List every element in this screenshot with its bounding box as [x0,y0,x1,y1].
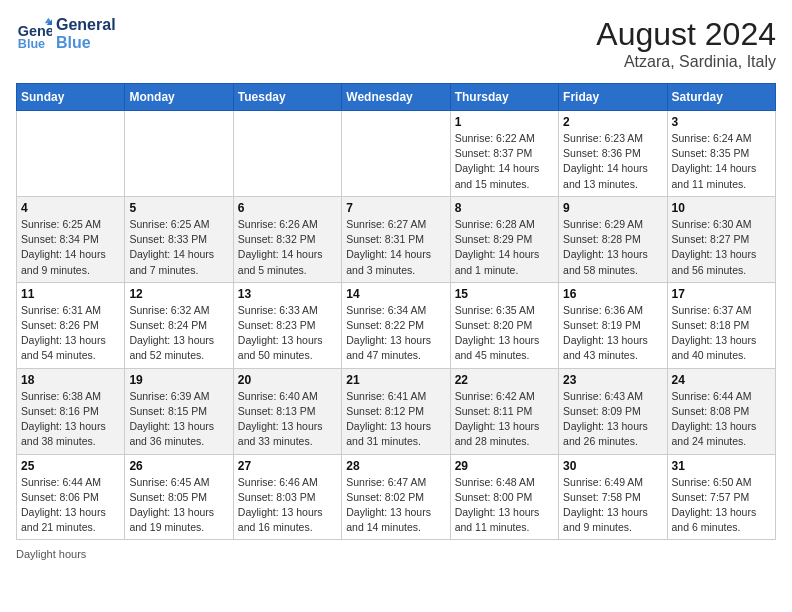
calendar-cell: 11Sunrise: 6:31 AMSunset: 8:26 PMDayligh… [17,282,125,368]
calendar-cell: 1Sunrise: 6:22 AMSunset: 8:37 PMDaylight… [450,111,558,197]
day-number: 31 [672,459,771,473]
calendar-header: SundayMondayTuesdayWednesdayThursdayFrid… [17,84,776,111]
logo-line2: Blue [56,34,116,52]
day-number: 14 [346,287,445,301]
calendar-week-3: 11Sunrise: 6:31 AMSunset: 8:26 PMDayligh… [17,282,776,368]
calendar-cell: 16Sunrise: 6:36 AMSunset: 8:19 PMDayligh… [559,282,667,368]
day-number: 10 [672,201,771,215]
calendar-week-4: 18Sunrise: 6:38 AMSunset: 8:16 PMDayligh… [17,368,776,454]
calendar-cell: 20Sunrise: 6:40 AMSunset: 8:13 PMDayligh… [233,368,341,454]
calendar-cell: 8Sunrise: 6:28 AMSunset: 8:29 PMDaylight… [450,196,558,282]
day-number: 2 [563,115,662,129]
day-number: 21 [346,373,445,387]
logo-icon: General Blue [16,16,52,52]
day-number: 13 [238,287,337,301]
calendar-cell: 28Sunrise: 6:47 AMSunset: 8:02 PMDayligh… [342,454,450,540]
day-info: Sunrise: 6:29 AMSunset: 8:28 PMDaylight:… [563,217,662,278]
title-block: August 2024 Atzara, Sardinia, Italy [596,16,776,71]
svg-text:Blue: Blue [18,37,45,51]
day-number: 6 [238,201,337,215]
day-number: 30 [563,459,662,473]
day-info: Sunrise: 6:30 AMSunset: 8:27 PMDaylight:… [672,217,771,278]
day-info: Sunrise: 6:28 AMSunset: 8:29 PMDaylight:… [455,217,554,278]
day-info: Sunrise: 6:33 AMSunset: 8:23 PMDaylight:… [238,303,337,364]
header-sunday: Sunday [17,84,125,111]
day-number: 3 [672,115,771,129]
calendar-body: 1Sunrise: 6:22 AMSunset: 8:37 PMDaylight… [17,111,776,540]
day-number: 4 [21,201,120,215]
calendar-cell: 25Sunrise: 6:44 AMSunset: 8:06 PMDayligh… [17,454,125,540]
header-tuesday: Tuesday [233,84,341,111]
month-year: August 2024 [596,16,776,53]
header-row: SundayMondayTuesdayWednesdayThursdayFrid… [17,84,776,111]
day-info: Sunrise: 6:48 AMSunset: 8:00 PMDaylight:… [455,475,554,536]
day-number: 11 [21,287,120,301]
day-info: Sunrise: 6:27 AMSunset: 8:31 PMDaylight:… [346,217,445,278]
day-info: Sunrise: 6:50 AMSunset: 7:57 PMDaylight:… [672,475,771,536]
calendar-cell [17,111,125,197]
svg-text:General: General [18,23,52,39]
day-info: Sunrise: 6:31 AMSunset: 8:26 PMDaylight:… [21,303,120,364]
day-number: 7 [346,201,445,215]
day-number: 28 [346,459,445,473]
calendar-cell: 21Sunrise: 6:41 AMSunset: 8:12 PMDayligh… [342,368,450,454]
calendar-cell: 31Sunrise: 6:50 AMSunset: 7:57 PMDayligh… [667,454,775,540]
day-number: 8 [455,201,554,215]
day-info: Sunrise: 6:32 AMSunset: 8:24 PMDaylight:… [129,303,228,364]
calendar-week-2: 4Sunrise: 6:25 AMSunset: 8:34 PMDaylight… [17,196,776,282]
header-monday: Monday [125,84,233,111]
day-info: Sunrise: 6:43 AMSunset: 8:09 PMDaylight:… [563,389,662,450]
calendar-cell: 30Sunrise: 6:49 AMSunset: 7:58 PMDayligh… [559,454,667,540]
calendar-cell: 3Sunrise: 6:24 AMSunset: 8:35 PMDaylight… [667,111,775,197]
day-number: 16 [563,287,662,301]
calendar-cell [342,111,450,197]
day-info: Sunrise: 6:26 AMSunset: 8:32 PMDaylight:… [238,217,337,278]
day-number: 25 [21,459,120,473]
day-info: Sunrise: 6:34 AMSunset: 8:22 PMDaylight:… [346,303,445,364]
day-info: Sunrise: 6:22 AMSunset: 8:37 PMDaylight:… [455,131,554,192]
calendar-cell: 23Sunrise: 6:43 AMSunset: 8:09 PMDayligh… [559,368,667,454]
day-number: 24 [672,373,771,387]
calendar-cell: 24Sunrise: 6:44 AMSunset: 8:08 PMDayligh… [667,368,775,454]
header-wednesday: Wednesday [342,84,450,111]
day-number: 5 [129,201,228,215]
day-info: Sunrise: 6:25 AMSunset: 8:34 PMDaylight:… [21,217,120,278]
calendar-cell: 9Sunrise: 6:29 AMSunset: 8:28 PMDaylight… [559,196,667,282]
calendar-cell: 27Sunrise: 6:46 AMSunset: 8:03 PMDayligh… [233,454,341,540]
day-info: Sunrise: 6:37 AMSunset: 8:18 PMDaylight:… [672,303,771,364]
calendar-cell: 26Sunrise: 6:45 AMSunset: 8:05 PMDayligh… [125,454,233,540]
day-number: 26 [129,459,228,473]
calendar-cell: 18Sunrise: 6:38 AMSunset: 8:16 PMDayligh… [17,368,125,454]
day-number: 18 [21,373,120,387]
footer-note: Daylight hours [16,548,776,560]
calendar-cell: 6Sunrise: 6:26 AMSunset: 8:32 PMDaylight… [233,196,341,282]
day-info: Sunrise: 6:41 AMSunset: 8:12 PMDaylight:… [346,389,445,450]
calendar-cell: 17Sunrise: 6:37 AMSunset: 8:18 PMDayligh… [667,282,775,368]
calendar-week-5: 25Sunrise: 6:44 AMSunset: 8:06 PMDayligh… [17,454,776,540]
day-info: Sunrise: 6:38 AMSunset: 8:16 PMDaylight:… [21,389,120,450]
calendar-cell: 2Sunrise: 6:23 AMSunset: 8:36 PMDaylight… [559,111,667,197]
header-saturday: Saturday [667,84,775,111]
day-number: 19 [129,373,228,387]
calendar-cell: 22Sunrise: 6:42 AMSunset: 8:11 PMDayligh… [450,368,558,454]
calendar-cell: 19Sunrise: 6:39 AMSunset: 8:15 PMDayligh… [125,368,233,454]
daylight-hours-label: Daylight hours [16,548,86,560]
day-info: Sunrise: 6:45 AMSunset: 8:05 PMDaylight:… [129,475,228,536]
calendar-cell: 14Sunrise: 6:34 AMSunset: 8:22 PMDayligh… [342,282,450,368]
day-info: Sunrise: 6:40 AMSunset: 8:13 PMDaylight:… [238,389,337,450]
day-number: 29 [455,459,554,473]
calendar-cell: 12Sunrise: 6:32 AMSunset: 8:24 PMDayligh… [125,282,233,368]
day-number: 9 [563,201,662,215]
logo-line1: General [56,16,116,34]
day-number: 20 [238,373,337,387]
day-info: Sunrise: 6:47 AMSunset: 8:02 PMDaylight:… [346,475,445,536]
calendar-cell: 10Sunrise: 6:30 AMSunset: 8:27 PMDayligh… [667,196,775,282]
day-info: Sunrise: 6:44 AMSunset: 8:08 PMDaylight:… [672,389,771,450]
day-number: 12 [129,287,228,301]
calendar-cell [233,111,341,197]
calendar-table: SundayMondayTuesdayWednesdayThursdayFrid… [16,83,776,540]
logo: General Blue General Blue [16,16,116,52]
calendar-cell: 5Sunrise: 6:25 AMSunset: 8:33 PMDaylight… [125,196,233,282]
calendar-cell: 7Sunrise: 6:27 AMSunset: 8:31 PMDaylight… [342,196,450,282]
calendar-cell: 29Sunrise: 6:48 AMSunset: 8:00 PMDayligh… [450,454,558,540]
